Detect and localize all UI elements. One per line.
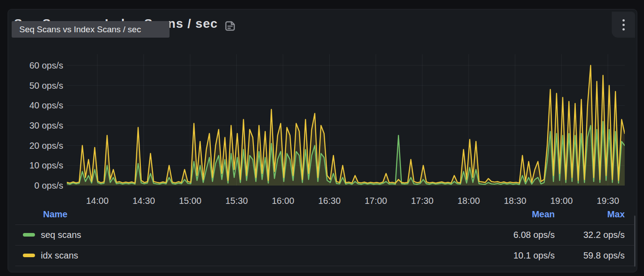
x-axis-label: 16:00 bbox=[261, 194, 305, 207]
seq-scans-max: 32.2 ops/s bbox=[535, 229, 625, 241]
x-axis-label: 17:30 bbox=[400, 194, 445, 207]
idx-scans-color-swatch[interactable] bbox=[23, 254, 35, 257]
y-axis-label: 20 ops/s bbox=[8, 139, 63, 152]
time-series-plot[interactable] bbox=[67, 54, 625, 185]
kebab-menu-icon bbox=[622, 19, 625, 22]
seq-scans-label[interactable]: seq scans bbox=[41, 229, 81, 241]
x-axis-label: 15:00 bbox=[168, 194, 213, 207]
legend-scrollbar[interactable] bbox=[634, 216, 635, 267]
x-axis-label: 18:30 bbox=[493, 194, 538, 207]
seq-scans-color-swatch[interactable] bbox=[23, 233, 35, 237]
kebab-menu-icon bbox=[622, 24, 625, 26]
idx-scans-max: 59.8 ops/s bbox=[535, 249, 625, 262]
legend-divider bbox=[15, 224, 635, 225]
x-axis-label: 16:30 bbox=[307, 194, 352, 207]
panel-menu-button[interactable] bbox=[612, 12, 635, 38]
y-axis-label: 0 ops/s bbox=[8, 179, 63, 192]
y-axis-label: 30 ops/s bbox=[8, 119, 63, 132]
y-axis-label: 50 ops/s bbox=[8, 79, 63, 92]
panel-title-tooltip: Seq Scans vs Index Scans / sec bbox=[12, 21, 170, 38]
legend-divider bbox=[15, 266, 635, 266]
y-axis-label: 60 ops/s bbox=[8, 59, 63, 72]
x-axis-label: 19:30 bbox=[586, 194, 631, 207]
kebab-menu-icon bbox=[622, 28, 625, 30]
panel-description-icon[interactable] bbox=[224, 20, 236, 32]
x-axis-label: 14:30 bbox=[122, 194, 166, 207]
legend-column-max[interactable]: Max bbox=[535, 208, 625, 220]
legend-divider bbox=[15, 245, 635, 246]
x-axis-label: 18:00 bbox=[446, 194, 491, 207]
x-axis-label: 14:00 bbox=[75, 194, 120, 207]
y-axis: 0 ops/s10 ops/s20 ops/s30 ops/s40 ops/s5… bbox=[8, 54, 63, 185]
legend-column-name[interactable]: Name bbox=[43, 208, 67, 220]
x-axis-label: 15:30 bbox=[214, 194, 259, 207]
y-axis-label: 40 ops/s bbox=[8, 99, 63, 112]
x-axis: 14:0014:3015:0015:3016:0016:3017:0017:30… bbox=[67, 194, 625, 207]
idx-scans-label[interactable]: idx scans bbox=[41, 249, 78, 262]
grafana-panel: Seq Scans vs Index Scans / sec Seq Scans… bbox=[8, 9, 637, 272]
x-axis-label: 17:00 bbox=[353, 194, 398, 207]
x-axis-label: 19:00 bbox=[539, 194, 584, 207]
y-axis-label: 10 ops/s bbox=[8, 159, 63, 172]
